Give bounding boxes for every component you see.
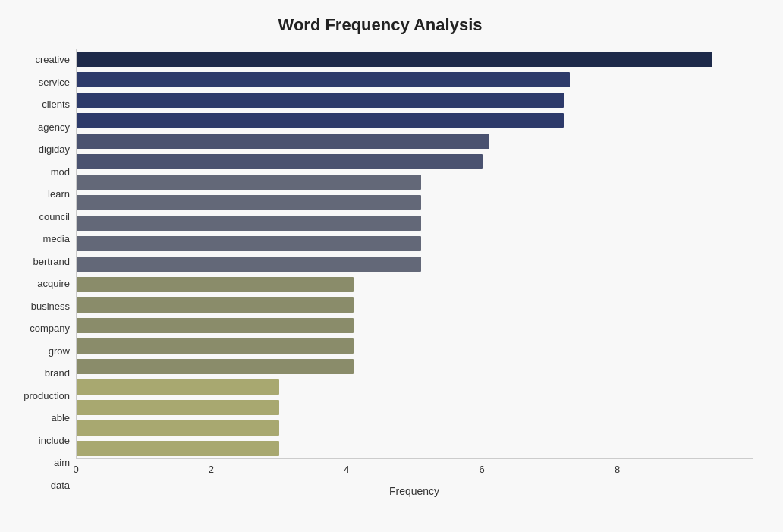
x-tick: 8 bbox=[615, 464, 620, 475]
bar bbox=[77, 400, 279, 415]
y-label: council bbox=[39, 206, 70, 227]
bar bbox=[77, 236, 421, 251]
bar bbox=[77, 441, 279, 456]
chart-container: Word Frequency Analysis creativeservicec… bbox=[0, 0, 783, 532]
bars-and-xaxis: 02468 Frequency bbox=[76, 49, 753, 496]
y-label: clients bbox=[42, 94, 70, 115]
y-label: company bbox=[30, 318, 70, 338]
bar-row bbox=[77, 397, 753, 417]
y-label: aim bbox=[54, 452, 70, 473]
y-label: agency bbox=[38, 117, 70, 137]
bar-row bbox=[77, 49, 753, 69]
x-tick: 0 bbox=[73, 464, 78, 475]
y-label: creative bbox=[35, 49, 70, 70]
y-label: able bbox=[51, 408, 70, 428]
bar-row bbox=[77, 172, 753, 192]
bar-row bbox=[77, 90, 753, 110]
y-label: grow bbox=[49, 341, 70, 361]
y-label: business bbox=[31, 296, 70, 316]
bar-row bbox=[77, 274, 753, 294]
x-axis-label: Frequency bbox=[76, 485, 753, 497]
bar-row bbox=[77, 438, 753, 458]
bar bbox=[77, 379, 279, 395]
x-tick: 4 bbox=[344, 464, 349, 475]
bar bbox=[77, 277, 354, 292]
bar bbox=[77, 195, 421, 210]
bar-row bbox=[77, 110, 753, 131]
y-label: digiday bbox=[39, 139, 70, 159]
y-label: mod bbox=[51, 162, 70, 182]
bar-row bbox=[77, 315, 753, 335]
y-label: brand bbox=[45, 363, 70, 383]
y-axis: creativeserviceclientsagencydigidaymodle… bbox=[8, 49, 76, 496]
bar bbox=[77, 359, 354, 374]
bar-row bbox=[77, 151, 753, 172]
chart-area: creativeserviceclientsagencydigidaymodle… bbox=[8, 49, 753, 496]
chart-title: Word Frequency Analysis bbox=[8, 15, 753, 35]
bar bbox=[77, 216, 421, 231]
y-label: bertrand bbox=[33, 251, 70, 272]
x-tick: 2 bbox=[209, 464, 214, 475]
y-label: service bbox=[39, 72, 70, 93]
bar-row bbox=[77, 69, 753, 90]
y-label: learn bbox=[48, 184, 70, 204]
bar-row bbox=[77, 417, 753, 438]
bar bbox=[77, 318, 354, 333]
bar-row bbox=[77, 376, 753, 397]
bar bbox=[77, 134, 489, 149]
bar bbox=[77, 93, 564, 108]
bar-row bbox=[77, 212, 753, 233]
y-label: data bbox=[51, 475, 70, 496]
bar bbox=[77, 52, 712, 67]
bar-row bbox=[77, 192, 753, 212]
y-label: acquire bbox=[37, 273, 70, 294]
bar-row bbox=[77, 335, 753, 356]
y-label: include bbox=[39, 430, 70, 451]
x-tick: 6 bbox=[480, 464, 485, 475]
y-label: media bbox=[43, 228, 70, 249]
y-label: production bbox=[24, 386, 70, 406]
bar-row bbox=[77, 131, 753, 151]
bar bbox=[77, 338, 354, 354]
bar bbox=[77, 154, 483, 169]
bar bbox=[77, 257, 421, 272]
bar bbox=[77, 297, 354, 313]
bar-row bbox=[77, 356, 753, 376]
bar-row bbox=[77, 253, 753, 274]
bar bbox=[77, 72, 570, 87]
bar-row bbox=[77, 233, 753, 253]
bar bbox=[77, 420, 279, 436]
bars-area bbox=[76, 49, 753, 459]
bar bbox=[77, 175, 421, 190]
bar-row bbox=[77, 294, 753, 315]
bar bbox=[77, 113, 564, 128]
x-axis: 02468 bbox=[76, 459, 753, 464]
